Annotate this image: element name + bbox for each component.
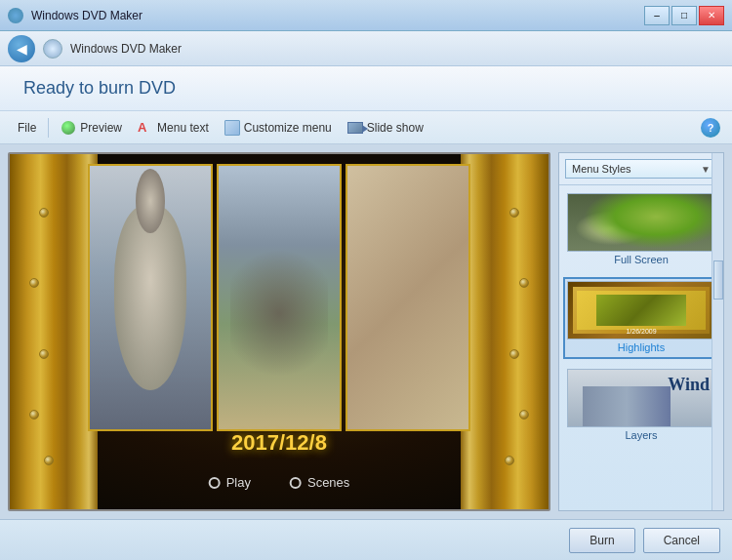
scrollbar-thumb[interactable]	[713, 260, 723, 300]
app-title: Windows DVD Maker	[31, 9, 142, 22]
photo-panel-1	[88, 164, 213, 431]
rivet	[29, 278, 39, 288]
customize-icon-shape	[224, 120, 240, 136]
burn-button[interactable]: Burn	[569, 528, 634, 553]
minimize-button[interactable]: –	[644, 6, 670, 25]
bird-shape	[114, 206, 186, 390]
preview-icon	[61, 120, 76, 136]
preview-area: 2017/12/8 Play Scenes	[8, 152, 550, 511]
rivet	[29, 410, 39, 420]
style-thumbnail-highlights: 1/26/2009	[567, 281, 715, 340]
footer: Burn Cancel	[0, 519, 732, 560]
rivet	[44, 456, 54, 465]
nav-title: Windows DVD Maker	[70, 42, 182, 56]
highlights-img	[596, 295, 686, 326]
close-button[interactable]: ✕	[699, 6, 724, 25]
scenes-circle	[290, 477, 302, 489]
dvd-icon	[43, 39, 62, 59]
feet-photo	[347, 166, 468, 429]
rivet	[509, 208, 519, 218]
window-controls: – □ ✕	[644, 6, 724, 25]
menu-text-button[interactable]: Menu text	[132, 118, 215, 138]
dvd-date-text: 2017/12/8	[231, 430, 327, 456]
photo-panel-2	[217, 164, 342, 431]
rivet	[509, 349, 519, 359]
style-label-fullscreen: Full Screen	[567, 252, 715, 267]
play-circle	[209, 477, 221, 489]
rivet	[519, 410, 529, 420]
preview-label: Preview	[80, 121, 122, 135]
cancel-button[interactable]: Cancel	[643, 528, 720, 553]
styles-dropdown-container: Menu Styles ▼	[559, 153, 723, 185]
preview-button[interactable]: Preview	[55, 118, 128, 138]
slide-show-button[interactable]: Slide show	[342, 118, 429, 138]
gold-left	[10, 154, 98, 509]
rivet	[519, 278, 529, 288]
slideshow-icon	[347, 120, 363, 136]
style-label-layers: Layers	[567, 427, 715, 443]
gold-right	[461, 154, 549, 509]
back-button[interactable]: ◀	[8, 35, 35, 62]
style-item-fullscreen[interactable]: Full Screen	[563, 189, 719, 271]
dvd-preview: 2017/12/8 Play Scenes	[10, 154, 549, 509]
chevron-down-icon: ▼	[701, 164, 711, 175]
styles-dropdown[interactable]: Menu Styles ▼	[565, 159, 717, 179]
photos-strip	[88, 164, 470, 431]
page-title: Ready to burn DVD	[23, 78, 176, 99]
slide-show-label: Slide show	[367, 121, 424, 135]
menu-text-label: Menu text	[157, 121, 209, 135]
style-item-highlights[interactable]: 1/26/2009 Highlights	[563, 277, 719, 359]
toolbar: File Preview Menu text Customize menu Sl…	[0, 111, 732, 144]
title-bar-left: Windows DVD Maker	[8, 8, 142, 23]
scenes-label: Scenes	[307, 475, 349, 490]
separator-1	[48, 118, 49, 138]
preview-circle-icon	[61, 121, 75, 135]
help-button[interactable]: ?	[701, 118, 720, 138]
nav-bar: ◀ Windows DVD Maker	[0, 31, 732, 66]
rivet	[39, 208, 49, 218]
title-bar: Windows DVD Maker – □ ✕	[0, 0, 732, 31]
slideshow-icon-shape	[347, 122, 363, 134]
highlights-preview	[573, 287, 710, 334]
customize-menu-label: Customize menu	[244, 121, 332, 135]
style-label-highlights: Highlights	[567, 340, 715, 355]
style-thumbnail-layers: Wind	[567, 369, 715, 427]
rivet	[505, 456, 514, 465]
a-icon	[138, 120, 153, 136]
flock-photo	[219, 166, 340, 429]
play-label: Play	[226, 475, 251, 490]
file-label: File	[18, 121, 36, 135]
styles-list: Full Screen 1/26/2009 Highlights	[559, 185, 723, 510]
maximize-button[interactable]: □	[671, 6, 697, 25]
customize-icon	[224, 120, 240, 136]
bird-head	[136, 169, 165, 233]
styles-dropdown-label: Menu Styles	[572, 163, 631, 175]
file-menu[interactable]: File	[12, 119, 42, 137]
layers-text: Wind	[668, 375, 710, 395]
customize-menu-button[interactable]: Customize menu	[219, 118, 338, 138]
styles-panel: Menu Styles ▼ Full Screen	[558, 152, 724, 511]
highlights-date: 1/26/2009	[626, 328, 656, 335]
dvd-controls: Play Scenes	[209, 475, 350, 490]
main-content: 2017/12/8 Play Scenes Menu Styles ▼	[0, 144, 732, 519]
play-btn: Play	[209, 475, 251, 490]
scenes-btn: Scenes	[290, 475, 349, 490]
photo-panel-3	[346, 164, 470, 431]
layers-building	[583, 386, 671, 426]
menu-text-icon	[138, 120, 153, 136]
scrollbar-track[interactable]	[712, 153, 723, 510]
photo-inner-1	[90, 166, 211, 429]
app-icon	[8, 8, 23, 23]
page-header: Ready to burn DVD	[0, 66, 732, 111]
style-item-layers[interactable]: Wind Layers	[563, 365, 719, 447]
rivet	[39, 349, 49, 359]
style-thumbnail-fullscreen	[567, 193, 715, 252]
fullscreen-preview	[568, 194, 714, 251]
